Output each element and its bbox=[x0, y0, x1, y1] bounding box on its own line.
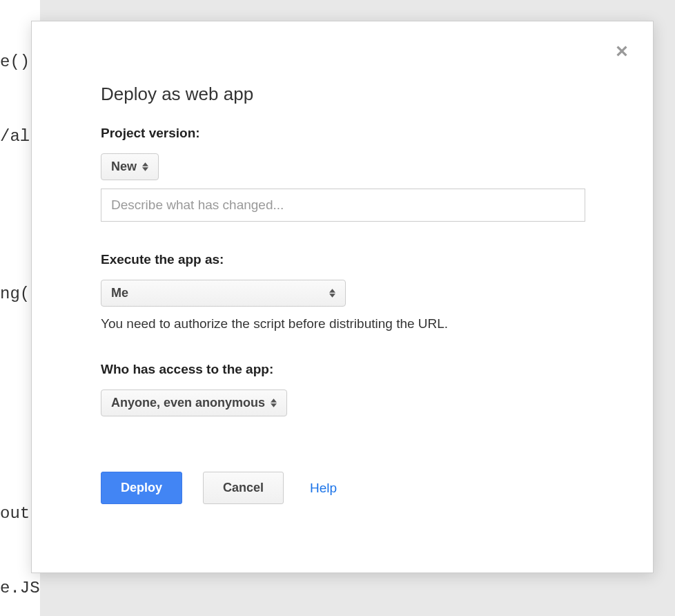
project-version-dropdown[interactable]: New bbox=[101, 153, 159, 180]
execute-as-dropdown[interactable]: Me bbox=[101, 280, 346, 307]
project-version-label: Project version: bbox=[101, 126, 584, 141]
version-description-input[interactable] bbox=[101, 189, 585, 222]
svg-marker-6 bbox=[271, 398, 277, 402]
help-link[interactable]: Help bbox=[310, 481, 337, 496]
code-line: e.JS bbox=[0, 576, 40, 601]
execute-as-label: Execute the app as: bbox=[101, 252, 584, 267]
access-dropdown[interactable]: Anyone, even anonymous bbox=[101, 389, 287, 416]
close-icon bbox=[614, 44, 629, 61]
project-version-value: New bbox=[111, 160, 137, 174]
svg-marker-5 bbox=[329, 293, 335, 297]
project-version-section: Project version: New bbox=[101, 126, 584, 222]
close-button[interactable] bbox=[612, 42, 632, 63]
button-row: Deploy Cancel Help bbox=[101, 472, 584, 504]
dialog-title: Deploy as web app bbox=[101, 84, 584, 105]
dropdown-arrows-icon bbox=[329, 289, 335, 298]
cancel-button[interactable]: Cancel bbox=[203, 472, 284, 504]
svg-marker-7 bbox=[271, 403, 277, 407]
dropdown-arrows-icon bbox=[271, 398, 277, 407]
access-section: Who has access to the app: Anyone, even … bbox=[101, 362, 584, 416]
access-label: Who has access to the app: bbox=[101, 362, 584, 377]
execute-as-section: Execute the app as: Me You need to autho… bbox=[101, 252, 584, 331]
svg-marker-4 bbox=[329, 289, 335, 292]
deploy-dialog: Deploy as web app Project version: New E… bbox=[31, 21, 654, 573]
deploy-button[interactable]: Deploy bbox=[101, 472, 182, 504]
execute-as-value: Me bbox=[111, 286, 128, 300]
execute-as-helper: You need to authorize the script before … bbox=[101, 316, 584, 331]
svg-marker-3 bbox=[142, 167, 148, 171]
svg-marker-2 bbox=[142, 162, 148, 166]
access-value: Anyone, even anonymous bbox=[111, 396, 265, 410]
dropdown-arrows-icon bbox=[142, 162, 148, 171]
